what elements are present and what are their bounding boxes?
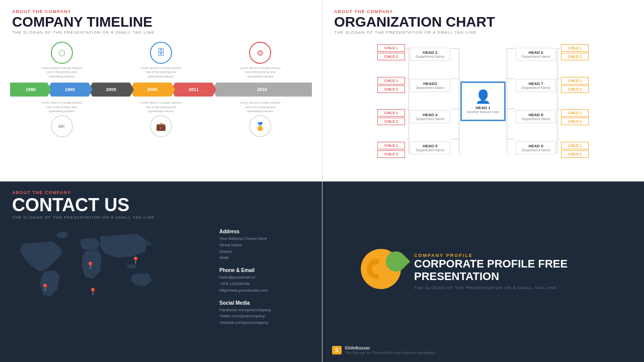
horizontal-divider [0,181,644,182]
contact-website: Http//www.yourdomain.com [219,288,310,294]
org-head-8: HEAD 8 Department Name [516,110,556,123]
org-head-8-sub: Department Name [520,117,551,121]
org-child-r4-1: CHILD 1 [561,142,589,149]
year-2015: 2015 [212,82,312,97]
contact-address-line3: District [219,249,310,255]
slidebazaar-footer: S SlideBazaar The Bazaar for PowerPoint … [332,345,435,355]
org-head-2-sub: Department Name [415,55,446,58]
contact-address-title: Address [219,229,310,234]
org-child-r2-1: CHILD 1 [561,77,589,84]
org-head-4-sub: Department Name [415,117,446,121]
org-child-l3-1: CHILD 1 [377,109,405,117]
corporate-logo-area: COMPANY PROFILE CORPORATE PROFILE FREE P… [361,249,605,294]
map-pin-red: 📍 [89,288,98,296]
org-head-4-title: HEAD 4 [415,113,446,117]
org-child-r1-2: CHILD 2 [561,53,589,60]
contact-body: 📍 📍 📍 📍 Address Your Address Comes Here … [0,224,322,332]
map-pin-orange: 📍 [131,256,140,265]
org-head-6-sub: Department Name [520,55,551,58]
org-header: ABOUT THE COMPANY ORGANIZATION CHART THE… [322,0,644,39]
contact-facebook: Facebook.com/yourcompany [219,307,310,314]
org-head-7-sub: Department Name [520,86,551,89]
org-right-center-connector [507,41,515,161]
org-child-l4-2: CHILD 2 [377,150,405,158]
org-far-right-col: CHILD 1 CHILD 2 CHILD 1 CHILD 2 CHILD 1 … [561,41,589,161]
about-label: ABOUT THE COMPANY [12,9,310,14]
contact-phone-title: Phone & Email [219,267,310,273]
corporate-logo [361,249,406,294]
timeline-icon-3: ⚙ [249,42,271,64]
org-center-icon: 👤 [475,89,491,105]
org-child-r3-2: CHILD 2 [561,118,589,125]
org-head-5: HEAD 5 Department Name [410,141,450,154]
org-center-title: HEAD 1 [475,106,490,110]
contact-social-title: Social Media [219,300,310,306]
contact-slide: ABOUT THE COMPANY CONTACT US THE SLOGAN … [0,181,322,362]
org-child-l2-1: CHILD 1 [377,77,405,84]
org-right-connectors [557,41,560,161]
corporate-profile-content: COMPANY PROFILE CORPORATE PROFILE FREE P… [322,181,644,362]
corporate-tagline: THE SLOGAN OF THE PRESENTATION OR A SMAL… [414,286,605,290]
timeline-title: COMPANY TIMELINE [12,15,310,29]
org-head-3-title: HEAD3 [415,81,446,86]
org-head-4: HEAD 4 Department Name [410,110,450,123]
timeline-bottom-icon-1: ✏ [51,115,73,137]
org-title: ORGANIZATION CHART [334,15,632,29]
world-map: 📍 📍 📍 📍 [12,224,209,332]
org-child-l2-2: CHILD 2 [377,85,405,93]
slidebazaar-logo: S [332,346,342,354]
org-child-r4-2: CHILD 2 [561,150,589,158]
contact-address-line4: State [219,255,310,261]
org-child-r3-1: CHILD 1 [561,109,589,117]
org-center-sub: Another feature hear [467,110,499,114]
org-left-connectors [406,41,409,161]
org-chart-slide: ABOUT THE COMPANY ORGANIZATION CHART THE… [322,0,644,181]
contact-youtube: Youtube.com/yourcompany [219,320,310,326]
org-head-9-title: HEAD 9 [520,144,551,148]
timeline-icon-1: ⬡ [51,42,73,64]
org-head-5-title: HEAD 5 [415,144,446,148]
contact-tagline: THE SLOGAN OF THE PRESENTATION OR A SMAL… [12,215,310,220]
org-tagline: THE SLOGAN OF THE PRESENTATION OR A SMAL… [334,30,632,35]
contact-phone: Phone & Email Hello@youremail.co +976 12… [219,267,310,294]
timeline-bottom-text-1: Lorem Ipsum is simply dummy text of the … [40,101,83,113]
corporate-profile-slide: COMPANY PROFILE CORPORATE PROFILE FREE P… [322,181,644,362]
contact-address: Address Your Address Comes Here Street N… [219,229,310,261]
org-head-9-sub: Department Name [520,148,551,152]
contact-address-line2: Street Name [219,242,310,249]
org-left-heads: HEAD 2 Department Name HEAD3 Department … [410,41,450,161]
slidebazaar-brand: SlideBazaar [345,345,435,350]
timeline-icon-1-text: Lorem Ipsum is simply dummy text of the … [40,66,83,78]
org-head-5-sub: Department Name [415,148,446,152]
timeline-bottom-icon-3: 🏅 [249,115,271,137]
timeline-slide: ABOUT THE COMPANY COMPANY TIMELINE THE S… [0,0,322,181]
year-2011: 2011 [171,82,216,97]
timeline-bottom-text-2: Lorem Ipsum is simply dummy text of the … [139,101,182,113]
org-head-9: HEAD 9 Department Name [516,141,556,154]
org-head-7: HEAD 7 Department Name [516,79,556,92]
org-right-heads: HEAD 6 Department Name HEAD 7 Department… [516,41,556,161]
year-2000: 2000 [89,82,134,97]
org-child-l1-1: CHILD 1 [377,44,405,52]
world-map-svg: 📍 📍 📍 📍 [12,224,198,324]
contact-info: Address Your Address Comes Here Street N… [219,224,310,332]
org-head-8-title: HEAD 8 [520,113,551,117]
org-head-7-title: HEAD 7 [520,81,551,86]
org-left-center-connector [451,41,459,161]
timeline-icon-3-text: Lorem Ipsum is simply dummy text of the … [239,66,282,78]
org-head-2: HEAD 2 Department Name [410,48,450,61]
timeline-bottom-text-3: Lorem Ipsum is simply dummy text of the … [239,101,282,113]
org-child-l3-2: CHILD 2 [377,118,405,125]
org-child-l1-2: CHILD 2 [377,53,405,60]
year-1986: 1986 [10,82,51,97]
slidebazaar-subtitle: The Bazaar for PowerPoint and Keynote te… [345,350,435,355]
map-pin-blue: 📍 [86,261,95,270]
org-child-r2-2: CHILD 2 [561,85,589,93]
org-child-l4-1: CHILD 1 [377,142,405,149]
contact-twitter: Twitter.com/yourcompany [219,313,310,320]
contact-header: ABOUT THE COMPANY CONTACT US THE SLOGAN … [0,181,322,224]
timeline-bar: 1986 1990 2000 2005 2011 2015 [0,78,322,97]
org-chart-body: CHILD 1 CHILD 2 CHILD 1 CHILD 2 CHILD 1 … [322,39,644,163]
slidebazaar-text-area: SlideBazaar The Bazaar for PowerPoint an… [345,345,435,355]
org-head-6: HEAD 6 Department Name [516,48,556,61]
